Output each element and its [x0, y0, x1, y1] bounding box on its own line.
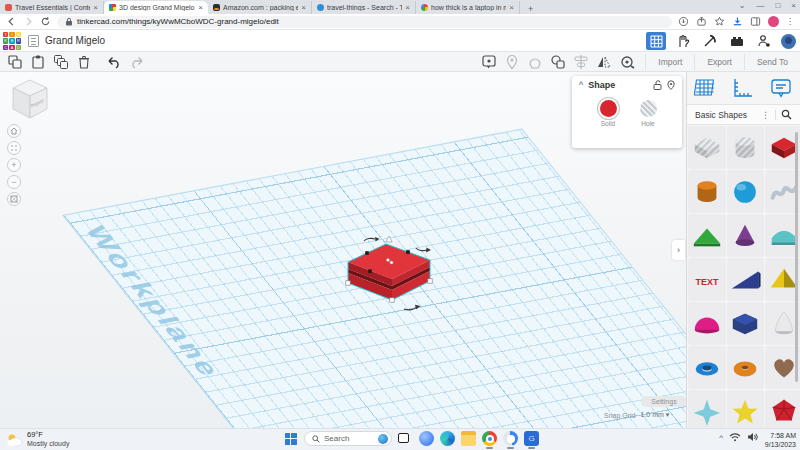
design-properties-icon[interactable]: [28, 35, 39, 47]
task-view-icon[interactable]: [398, 431, 413, 446]
paste-icon[interactable]: [30, 54, 46, 70]
home-view-button[interactable]: [7, 124, 21, 138]
new-tab-button[interactable]: +: [520, 4, 541, 14]
fit-view-button[interactable]: [7, 141, 21, 155]
align-icon[interactable]: [573, 54, 589, 70]
undo-icon[interactable]: [106, 54, 122, 70]
chrome-icon[interactable]: [482, 431, 497, 446]
redo-icon[interactable]: [129, 54, 145, 70]
delete-icon[interactable]: [76, 54, 92, 70]
shape-tile-half-sphere[interactable]: [688, 302, 726, 345]
back-icon[interactable]: [6, 16, 17, 27]
visibility-pin-icon[interactable]: [667, 80, 675, 90]
move-handle[interactable]: [390, 261, 393, 264]
edge-icon[interactable]: [440, 431, 455, 446]
shape-tile-box-hole[interactable]: [688, 126, 726, 169]
browser-tab[interactable]: travel-things - Search - Thingiv ×: [312, 1, 416, 14]
shape-tile-icosphere[interactable]: [765, 390, 800, 433]
browser-tab[interactable]: Travel Essentials | Contest them ×: [0, 1, 104, 14]
notes-helper-icon[interactable]: [769, 76, 793, 100]
loop-app-icon[interactable]: [503, 431, 518, 446]
copilot-icon[interactable]: [419, 431, 434, 446]
height-handle[interactable]: [386, 236, 392, 242]
minecraft-pickaxe-icon[interactable]: [700, 32, 720, 50]
shape-tile-tube[interactable]: [688, 346, 726, 389]
panel-collapse-icon[interactable]: ^: [579, 80, 583, 90]
wifi-icon[interactable]: [729, 432, 741, 442]
flip-mirror-icon[interactable]: [596, 54, 612, 70]
tab-close-icon[interactable]: ×: [93, 3, 98, 12]
file-explorer-icon[interactable]: [461, 431, 476, 446]
shape-tile-cone[interactable]: [727, 214, 765, 257]
collaborate-icon[interactable]: [754, 32, 774, 50]
tab-close-icon[interactable]: ×: [405, 3, 410, 12]
view-3d-button[interactable]: [646, 32, 666, 50]
side-panel-icon[interactable]: [750, 16, 761, 27]
browser-tab[interactable]: how thick is a laptop in millime ×: [416, 1, 520, 14]
shape-tile-star-5[interactable]: [727, 390, 765, 433]
zoom-out-button[interactable]: −: [7, 175, 21, 189]
url-bar[interactable]: tinkercad.com/things/kyWwMCboWDC-grand-m…: [57, 16, 672, 28]
scale-handle[interactable]: [406, 250, 410, 254]
category-options-icon[interactable]: ⋮: [756, 110, 776, 120]
duplicate-icon[interactable]: [53, 54, 69, 70]
pin-icon[interactable]: [504, 54, 520, 70]
send-to-button[interactable]: Send To: [744, 54, 800, 70]
solid-option[interactable]: Solid: [588, 98, 628, 127]
user-avatar[interactable]: [781, 34, 796, 49]
browser-tab-active[interactable]: 3D design Grand Migelo | Tinke ×: [104, 1, 208, 14]
import-button[interactable]: Import: [645, 54, 694, 70]
scale-handle[interactable]: [365, 251, 369, 255]
tab-close-icon[interactable]: ×: [198, 3, 203, 12]
shape-tile-star-4[interactable]: [688, 390, 726, 433]
notes-icon[interactable]: [481, 54, 497, 70]
copy-icon[interactable]: [7, 54, 23, 70]
ungroup-icon[interactable]: [550, 54, 566, 70]
bookmark-star-icon[interactable]: [714, 16, 725, 27]
tray-chevron-icon[interactable]: ^: [719, 433, 723, 442]
corner-handle[interactable]: [390, 298, 394, 302]
shape-tile-polygon[interactable]: [727, 302, 765, 345]
install-icon[interactable]: [678, 16, 689, 27]
shape-tile-text[interactable]: TEXT: [688, 258, 726, 301]
sidebar-collapse-button[interactable]: ›: [672, 240, 685, 260]
window-menu-icon[interactable]: ⌄: [739, 1, 746, 10]
window-minimize-button[interactable]: —: [756, 1, 764, 10]
move-handle[interactable]: [386, 258, 389, 261]
hole-option[interactable]: Hole: [628, 98, 668, 127]
view-cube[interactable]: RIGHT: [10, 78, 50, 120]
window-close-button[interactable]: ×: [791, 1, 796, 10]
tab-close-icon[interactable]: ×: [301, 3, 306, 12]
sim-lab-hand-icon[interactable]: [673, 32, 693, 50]
app-icon[interactable]: [524, 431, 539, 446]
ruler-helper-icon[interactable]: [619, 54, 635, 70]
forward-icon[interactable]: [23, 16, 34, 27]
tinkercad-logo[interactable]: T I N K E R C A D: [3, 32, 21, 50]
solid-swatch[interactable]: [600, 100, 617, 117]
download-icon[interactable]: [732, 16, 743, 27]
shape-tile-sphere[interactable]: [727, 170, 765, 213]
sidebar-scrollbar[interactable]: [795, 132, 798, 382]
corner-handle[interactable]: [428, 279, 432, 283]
tab-close-icon[interactable]: ×: [509, 3, 514, 12]
weather-widget[interactable]: 69°F Mostly cloudy: [6, 431, 69, 448]
taskbar-search[interactable]: Search: [304, 431, 392, 446]
export-button[interactable]: Export: [694, 54, 744, 70]
reload-icon[interactable]: [40, 16, 51, 27]
browser-profile-avatar[interactable]: [768, 16, 779, 27]
start-button[interactable]: [283, 431, 298, 446]
ruler-helper-icon[interactable]: [731, 76, 755, 100]
settings-button[interactable]: Settings: [641, 396, 686, 407]
workplane-helper-icon[interactable]: [694, 76, 718, 100]
shape-tile-torus[interactable]: [727, 346, 765, 389]
shape-tile-roof[interactable]: [688, 214, 726, 257]
hole-swatch[interactable]: [640, 100, 657, 117]
shape-tile-cylinder-hole[interactable]: [727, 126, 765, 169]
snap-grid-dropdown[interactable]: 1.0 mm ▾: [641, 411, 670, 419]
volume-icon[interactable]: [747, 432, 758, 442]
selected-model-box[interactable]: [336, 236, 442, 322]
brick-icon[interactable]: [727, 32, 747, 50]
browser-menu-icon[interactable]: ⋮: [786, 17, 794, 26]
search-shapes-button[interactable]: [776, 106, 796, 124]
shape-tile-cylinder[interactable]: [688, 170, 726, 213]
